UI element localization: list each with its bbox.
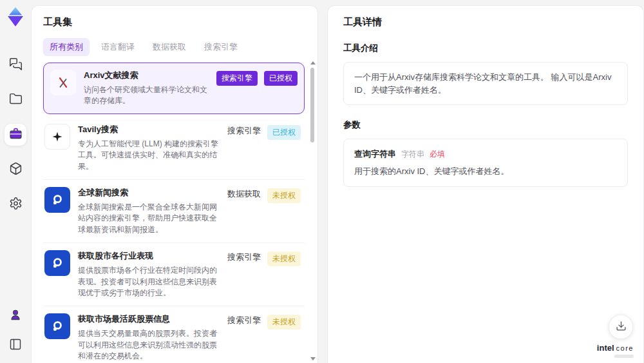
tool-name: 全球新闻搜索 xyxy=(78,187,220,199)
category-badge: 搜索引擎 xyxy=(216,71,258,86)
tab-language-translation[interactable]: 语言翻译 xyxy=(95,38,141,56)
tool-description: 访问各个研究领域大量科学论文和文章的存储库。 xyxy=(84,84,209,107)
app-logo-icon xyxy=(6,6,25,27)
tool-description: 提供当天交易量最高的股票列表。投资者可以利用这些信息来识别流动性强的股票和潜在的… xyxy=(78,328,220,362)
params-heading: 参数 xyxy=(343,119,628,131)
sidebar-item-tools[interactable] xyxy=(5,124,26,146)
intro-heading: 工具介绍 xyxy=(343,43,628,54)
tool-name: 获取市场最活跃股票信息 xyxy=(78,313,220,325)
sidebar-rail xyxy=(0,0,31,363)
chat-icon xyxy=(9,57,23,74)
sidebar-item-account[interactable] xyxy=(5,305,26,327)
category-label: 搜索引擎 xyxy=(227,125,261,137)
tab-search-engine[interactable]: 搜索引擎 xyxy=(198,38,244,56)
sidebar-bottom xyxy=(5,305,26,357)
brand-subtext-mark xyxy=(614,355,634,358)
tool-list: Arxiv文献搜索 访问各个研究领域大量科学论文和文章的存储库。 搜索引擎 已授… xyxy=(43,63,305,363)
scrollbar-up-arrow-icon[interactable] xyxy=(310,61,316,64)
user-avatar-icon xyxy=(9,308,22,324)
tool-list-item-global-news[interactable]: 全球新闻搜索 全球新闻搜索是一个聚合全球各大新闻网站内容的搜索引擎，帮助用户快速… xyxy=(43,180,305,243)
sidebar-item-files[interactable] xyxy=(5,89,26,111)
settings-gear-icon xyxy=(9,197,23,213)
parameter-name: 查询字符串 xyxy=(354,148,396,160)
tool-intro-text: 一个用于从Arxiv存储库搜索科学论文和文章的工具。 输入可以是Arxiv ID… xyxy=(343,62,628,105)
status-badge: 未授权 xyxy=(267,251,301,266)
category-label: 搜索引擎 xyxy=(227,251,261,263)
scrollbar-thumb[interactable] xyxy=(310,68,314,142)
tool-list-item-most-active-stocks[interactable]: 获取市场最活跃股票信息 提供当天交易量最高的股票列表。投资者可以利用这些信息来识… xyxy=(43,306,305,363)
tool-list-item-arxiv[interactable]: Arxiv文献搜索 访问各个研究领域大量科学论文和文章的存储库。 搜索引擎 已授… xyxy=(43,63,305,114)
tool-name: Arxiv文献搜索 xyxy=(84,70,209,81)
download-button[interactable] xyxy=(609,315,633,339)
tool-list-item-sector-performance[interactable]: 获取股市各行业表现 提供股票市场各个行业在特定时间段内的表现。投资者可以利用这些… xyxy=(43,243,305,306)
tool-description: 提供股票市场各个行业在特定时间段内的表现。投资者可以利用这些信息来识别表现优于或… xyxy=(78,265,220,299)
status-badge: 未授权 xyxy=(267,188,301,203)
scrollbar-down-arrow-icon[interactable] xyxy=(310,357,316,360)
brand-core-text: core xyxy=(616,344,634,352)
sidebar-item-settings[interactable] xyxy=(5,193,26,215)
sidebar-item-collapse[interactable] xyxy=(5,335,26,357)
news-search-logo-icon xyxy=(44,187,70,213)
news-search-logo-icon xyxy=(44,250,70,276)
app-window: { "colors": { "accent_purple": "#6d28d9"… xyxy=(0,0,644,363)
sidebar-item-chat[interactable] xyxy=(5,54,26,76)
tools-panel: 工具集 所有类别 语言翻译 数据获取 搜索引擎 Arxiv文献搜索 访问各个研究… xyxy=(31,5,318,363)
panel-layout-icon xyxy=(9,338,22,353)
status-badge: 已授权 xyxy=(267,125,301,140)
category-label: 搜索引擎 xyxy=(227,315,261,326)
arxiv-logo-icon xyxy=(50,70,76,95)
download-icon xyxy=(616,320,627,334)
parameter-description: 用于搜索的Arxiv ID、关键字或作者姓名。 xyxy=(354,166,617,177)
sidebar-nav xyxy=(5,54,26,215)
toolbox-icon xyxy=(9,127,23,143)
details-panel: 工具详情 工具介绍 一个用于从Arxiv存储库搜索科学论文和文章的工具。 输入可… xyxy=(327,5,644,363)
sparkle-logo-icon xyxy=(44,124,70,150)
tab-data-acquisition[interactable]: 数据获取 xyxy=(146,38,193,56)
status-badge: 未授权 xyxy=(267,315,301,329)
details-panel-title: 工具详情 xyxy=(343,16,628,28)
category-tabs: 所有类别 语言翻译 数据获取 搜索引擎 xyxy=(43,38,305,56)
parameter-type: 字符串 xyxy=(401,149,424,160)
list-scrollbar[interactable] xyxy=(310,61,316,360)
tab-all-categories[interactable]: 所有类别 xyxy=(43,38,90,56)
status-badge: 已授权 xyxy=(264,71,298,86)
package-icon xyxy=(9,162,23,178)
tool-name: 获取股市各行业表现 xyxy=(78,250,220,262)
tool-description: 专为人工智能代理 (LLM) 构建的搜索引擎工具。可快速提供实时、准确和真实的结… xyxy=(78,139,220,172)
tool-name: Tavily搜索 xyxy=(78,124,220,135)
main-area: 工具集 所有类别 语言翻译 数据获取 搜索引擎 Arxiv文献搜索 访问各个研究… xyxy=(31,0,644,363)
news-search-logo-icon xyxy=(44,313,70,339)
folder-icon xyxy=(9,92,23,108)
intel-core-logo: intelcore xyxy=(597,342,634,358)
parameter-required-flag: 必填 xyxy=(430,149,445,160)
tool-list-item-tavily[interactable]: Tavily搜索 专为人工智能代理 (LLM) 构建的搜索引擎工具。可快速提供实… xyxy=(43,117,305,180)
brand-intel-text: intel xyxy=(597,343,614,353)
sidebar-item-packages[interactable] xyxy=(5,159,26,181)
tool-description: 全球新闻搜索是一个聚合全球各大新闻网站内容的搜索引擎，帮助用户快速获取全球最新资… xyxy=(78,202,220,235)
parameter-card: 查询字符串 字符串 必填 用于搜索的Arxiv ID、关键字或作者姓名。 xyxy=(343,139,628,187)
tools-panel-title: 工具集 xyxy=(43,16,305,28)
category-label: 数据获取 xyxy=(227,188,261,200)
